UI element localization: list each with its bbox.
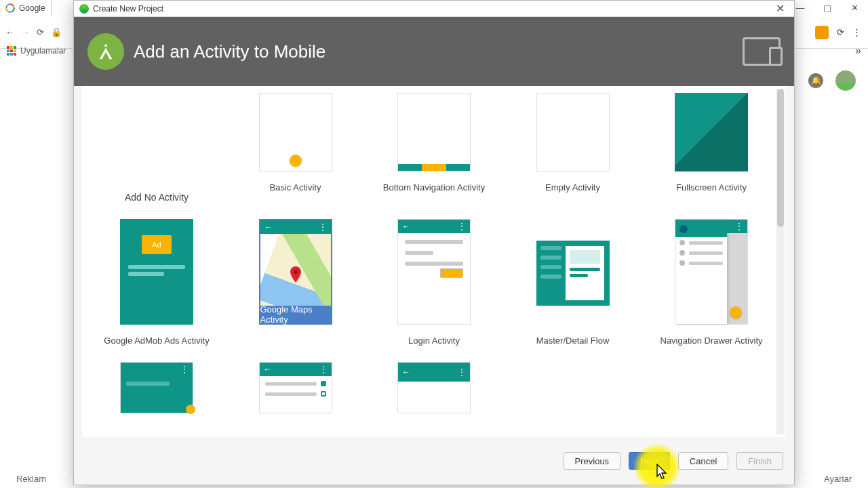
- template-label: Navigation Drawer Activity: [660, 336, 763, 346]
- dialog-footer: Previous Next Cancel Finish: [74, 437, 794, 485]
- forward-icon[interactable]: →: [21, 27, 30, 37]
- avatar[interactable]: [835, 70, 856, 91]
- extension-icon[interactable]: [815, 26, 829, 39]
- dialog-title: Create New Project: [93, 4, 163, 14]
- template-label: Google AdMob Ads Activity: [104, 336, 209, 346]
- template-thumb-masterdetail: [536, 219, 610, 325]
- template-thumb-no-activity: [120, 93, 193, 171]
- create-project-dialog: Create New Project ✕ Add an Activity to …: [73, 0, 795, 485]
- scrollbar-thumb[interactable]: [777, 89, 784, 227]
- reload-icon[interactable]: ⟳: [37, 27, 44, 37]
- template-label: Google Maps Activity: [260, 306, 331, 323]
- template-thumb-tabbed: ←⋮: [397, 362, 471, 413]
- dialog-titlebar[interactable]: Create New Project ✕: [74, 1, 794, 17]
- android-studio-icon: [79, 4, 89, 14]
- window-controls: — ▢ ✕: [787, 0, 868, 15]
- footer-link-right[interactable]: Ayarlar: [824, 474, 852, 484]
- footer-link-left[interactable]: Reklam: [16, 474, 46, 484]
- template-tile-admob[interactable]: AdGoogle AdMob Ads Activity: [89, 219, 224, 346]
- bookmarks-overflow-icon[interactable]: »: [855, 45, 861, 57]
- template-label: Empty Activity: [545, 182, 600, 192]
- template-label: Master/Detail Flow: [536, 336, 610, 346]
- android-studio-logo: [87, 33, 124, 70]
- dialog-header-title: Add an Activity to Mobile: [134, 41, 326, 62]
- reload-ext-icon[interactable]: ⟳: [837, 27, 844, 37]
- template-tile-bottom-nav[interactable]: Bottom Navigation Activity: [366, 93, 502, 203]
- template-tile-scrolling[interactable]: ⋮: [89, 362, 224, 424]
- template-tile-tabbed[interactable]: ←⋮: [366, 362, 502, 424]
- template-tile-basic[interactable]: Basic Activity: [228, 93, 363, 203]
- page-header-right: 🔔: [808, 70, 856, 91]
- template-label: Basic Activity: [270, 182, 321, 192]
- site-info-icon[interactable]: 🔒: [51, 27, 62, 37]
- devices-icon: [743, 37, 781, 66]
- activity-template-picker: Add No ActivityBasic ActivityBottom Navi…: [82, 86, 786, 437]
- template-thumb-empty: [536, 93, 610, 171]
- bookmarks-apps-label[interactable]: Uygulamalar: [20, 46, 66, 56]
- template-label: Bottom Navigation Activity: [383, 182, 485, 192]
- template-thumb-fullscreen: [675, 93, 748, 171]
- template-thumb-navdrawer: ⋮: [675, 219, 748, 325]
- browser-tab-label: Google: [19, 3, 45, 13]
- template-tile-fullscreen[interactable]: Fullscreen Activity: [644, 93, 779, 203]
- template-tile-navdrawer[interactable]: ⋮Navigation Drawer Activity: [644, 219, 779, 346]
- template-thumb-login: ←⋮: [397, 219, 471, 325]
- svg-point-1: [294, 270, 298, 274]
- kebab-menu-icon[interactable]: ⋮: [852, 27, 861, 37]
- dialog-header: Add an Activity to Mobile: [74, 17, 794, 86]
- scrollbar[interactable]: [776, 89, 785, 434]
- back-icon[interactable]: ←: [5, 27, 14, 37]
- template-thumb-admob: Ad: [120, 219, 193, 325]
- template-tile-no-activity[interactable]: Add No Activity: [89, 93, 224, 203]
- cancel-button[interactable]: Cancel: [678, 452, 728, 470]
- template-label: Fullscreen Activity: [676, 182, 747, 192]
- previous-button[interactable]: Previous: [564, 452, 621, 470]
- notifications-icon[interactable]: 🔔: [808, 73, 823, 88]
- template-thumb-settings: ←⋮: [259, 362, 332, 413]
- template-thumb-basic: [259, 93, 332, 171]
- template-label: Add No Activity: [125, 192, 189, 203]
- template-tile-settings[interactable]: ←⋮: [228, 362, 363, 424]
- template-label: Login Activity: [408, 336, 460, 346]
- template-thumb-maps: ←⋮Google Maps Activity: [259, 219, 332, 325]
- finish-button: Finish: [736, 452, 783, 470]
- template-tile-empty[interactable]: Empty Activity: [505, 93, 641, 203]
- template-tile-masterdetail[interactable]: Master/Detail Flow: [505, 219, 641, 346]
- template-thumb-bottom-nav: [397, 93, 471, 171]
- template-tile-login[interactable]: ←⋮Login Activity: [366, 219, 502, 346]
- close-window-button[interactable]: ✕: [841, 0, 868, 15]
- close-icon[interactable]: ✕: [772, 2, 789, 15]
- google-favicon: [5, 3, 15, 13]
- maximize-button[interactable]: ▢: [814, 0, 841, 15]
- next-button[interactable]: Next: [629, 452, 670, 470]
- template-tile-maps[interactable]: ←⋮Google Maps ActivityGoogle Maps Activi…: [228, 219, 363, 346]
- apps-icon[interactable]: [7, 46, 16, 56]
- browser-tab[interactable]: Google: [0, 0, 52, 16]
- template-thumb-scrolling: ⋮: [120, 362, 193, 413]
